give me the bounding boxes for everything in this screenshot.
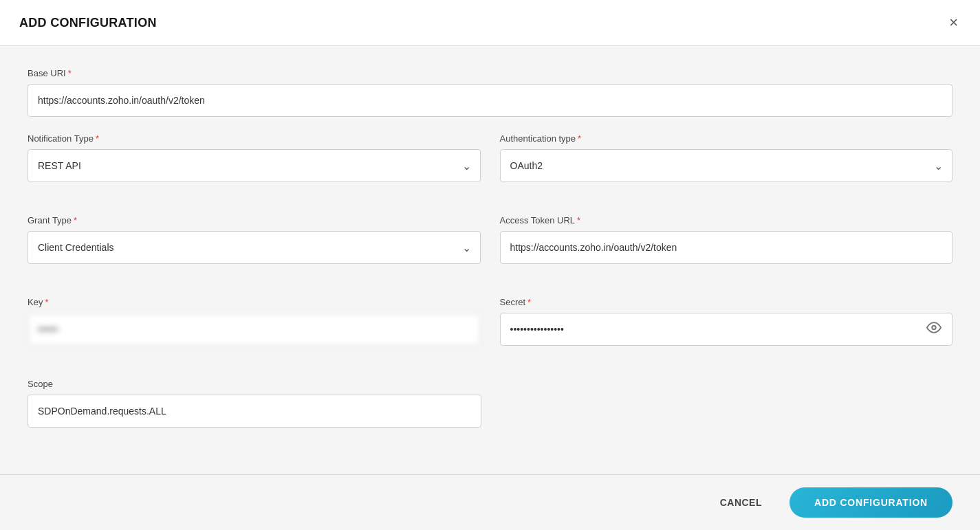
secret-input[interactable] <box>500 313 953 346</box>
toggle-secret-visibility-button[interactable] <box>924 318 944 342</box>
modal-footer: CANCEL ADD CONFIGURATION <box>0 474 980 530</box>
notification-type-select-wrapper: REST API Email SMS ⌄ <box>28 149 481 182</box>
grant-type-group: Grant Type * Client Credentials Authoriz… <box>28 215 481 264</box>
close-button[interactable]: × <box>946 12 961 33</box>
modal-title: ADD CONFIGURATION <box>19 16 157 30</box>
access-token-url-label: Access Token URL * <box>500 215 953 225</box>
secret-group: Secret * <box>500 297 953 346</box>
notification-type-required: * <box>96 133 99 144</box>
access-token-url-group: Access Token URL * <box>500 215 953 264</box>
modal-header: ADD CONFIGURATION × <box>0 0 980 46</box>
scope-input[interactable] <box>28 395 481 428</box>
authentication-type-label: Authentication type * <box>500 133 953 144</box>
scope-group: Scope <box>28 379 481 428</box>
cancel-button[interactable]: CANCEL <box>706 489 776 516</box>
base-uri-label: Base URI * <box>28 68 952 78</box>
base-uri-required: * <box>68 68 72 78</box>
authentication-type-select[interactable]: OAuth2 Basic Auth API Key <box>500 149 953 182</box>
row-grant-access: Grant Type * Client Credentials Authoriz… <box>28 215 952 280</box>
key-group: Key * <box>28 297 481 346</box>
secret-label: Secret * <box>500 297 953 307</box>
notification-type-label: Notification Type * <box>28 133 481 144</box>
authentication-type-group: Authentication type * OAuth2 Basic Auth … <box>500 133 953 182</box>
notification-type-select[interactable]: REST API Email SMS <box>28 149 481 182</box>
secret-input-wrapper <box>500 313 953 346</box>
row-notification-auth: Notification Type * REST API Email SMS ⌄… <box>28 133 952 199</box>
grant-type-label: Grant Type * <box>28 215 481 225</box>
key-required: * <box>45 297 48 307</box>
authentication-type-select-wrapper: OAuth2 Basic Auth API Key ⌄ <box>500 149 953 182</box>
authentication-type-required: * <box>578 133 581 144</box>
notification-type-group: Notification Type * REST API Email SMS ⌄ <box>28 133 481 182</box>
key-input[interactable] <box>28 313 481 346</box>
add-configuration-button[interactable]: ADD CONFIGURATION <box>790 487 952 518</box>
access-token-url-input[interactable] <box>500 231 953 264</box>
access-token-url-required: * <box>577 215 580 225</box>
grant-type-select-wrapper: Client Credentials Authorization Code Pa… <box>28 231 481 264</box>
secret-required: * <box>527 297 531 307</box>
key-label: Key * <box>28 297 481 307</box>
grant-type-required: * <box>74 215 77 225</box>
scope-label: Scope <box>28 379 481 389</box>
modal-body: Base URI * Notification Type * REST API … <box>0 46 980 474</box>
base-uri-input[interactable] <box>28 84 952 117</box>
row-key-secret: Key * Secret * <box>28 297 952 362</box>
eye-icon <box>926 320 941 335</box>
add-configuration-modal: ADD CONFIGURATION × Base URI * Notificat… <box>0 0 980 530</box>
svg-point-0 <box>932 326 936 330</box>
base-uri-group: Base URI * <box>28 68 952 117</box>
grant-type-select[interactable]: Client Credentials Authorization Code Pa… <box>28 231 481 264</box>
